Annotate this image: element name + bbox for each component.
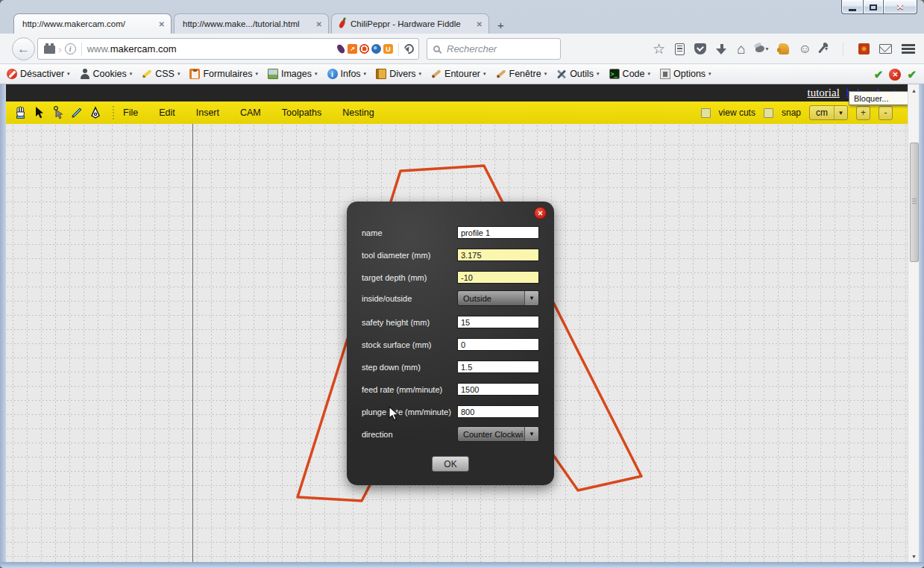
addon-arrow-icon[interactable]: ↗ [348, 44, 357, 54]
zoom-in-button[interactable]: + [856, 106, 870, 120]
devbar-item-window[interactable]: Fenêtre▾ [496, 69, 547, 79]
valid-check-icon[interactable]: ✔ [907, 68, 917, 81]
smiley-addon-icon[interactable]: ☺ [799, 42, 811, 57]
tab-close-icon[interactable]: ✕ [477, 20, 483, 28]
chevron-icon: › [58, 43, 62, 55]
outline-pencil-icon [431, 69, 441, 79]
step-down-input[interactable] [457, 361, 539, 373]
search-bar[interactable] [427, 38, 561, 60]
reading-list-icon[interactable] [675, 43, 685, 55]
code-terminal-icon: >_ [609, 69, 620, 79]
cookies-icon [80, 69, 90, 79]
pencil-tool-icon[interactable] [69, 105, 84, 120]
scroll-down-icon[interactable]: ▼ [909, 551, 919, 561]
url-text[interactable]: www.makercam.com [87, 43, 177, 54]
target-depth-input[interactable] [457, 271, 539, 284]
plugin-brick-icon[interactable] [44, 46, 55, 54]
plunge-rate-input[interactable] [457, 405, 539, 418]
valid-check-icon[interactable]: ✔ [874, 68, 884, 81]
maximize-button[interactable] [863, 0, 884, 14]
addon-eggplant-icon[interactable] [336, 44, 345, 54]
select-cursor-icon[interactable] [32, 105, 47, 120]
new-tab-button[interactable]: + [491, 17, 511, 32]
addon-u-icon[interactable]: U [383, 44, 393, 54]
devbar-status: ✔ ✕ ✔ [874, 64, 917, 84]
snap-checkbox[interactable] [764, 108, 773, 118]
addon-target-icon[interactable] [359, 44, 369, 54]
units-select[interactable]: cm ▼ [809, 105, 848, 120]
hand-addon-icon[interactable] [779, 43, 789, 54]
inside-outside-select[interactable]: Outside ▼ [457, 290, 539, 306]
pocket-icon[interactable] [694, 43, 706, 54]
stock-surface-input[interactable] [457, 338, 539, 351]
view-cuts-checkbox[interactable] [701, 108, 711, 118]
devbar-item-code[interactable]: >_Code▾ [609, 69, 650, 79]
menu-nesting[interactable]: Nesting [342, 107, 374, 118]
scrollbar-thumb[interactable] [910, 143, 919, 262]
tab-close-icon[interactable]: ✕ [316, 20, 322, 28]
eyedropper-icon[interactable]: ▾ [821, 44, 828, 54]
refresh-icon[interactable] [402, 42, 415, 55]
ok-button[interactable]: OK [432, 456, 469, 472]
scroll-up-icon[interactable]: ▲ [909, 85, 919, 96]
devbar-item-tools[interactable]: Outils▾ [556, 69, 599, 79]
cam-canvas[interactable]: ✕ name tool diameter (mm) target depth (… [6, 124, 908, 562]
bookmark-star-icon[interactable]: ☆ [653, 40, 665, 57]
mail-icon[interactable] [879, 44, 892, 54]
devbar-item-forms[interactable]: Formulaires▾ [189, 69, 258, 79]
url-bar[interactable]: › i www.makercam.com ↗ U [37, 38, 419, 60]
devbar-item-outline[interactable]: Entourer▾ [431, 69, 485, 79]
feed-rate-input[interactable] [457, 383, 539, 396]
search-icon [433, 46, 440, 52]
forms-clipboard-icon [189, 69, 200, 79]
devbar-item-infos[interactable]: iInfos▾ [327, 69, 367, 79]
menu-cam[interactable]: CAM [240, 107, 261, 118]
error-cross-icon[interactable]: ✕ [889, 69, 901, 81]
devbar-item-disable[interactable]: Désactiver▾ [7, 69, 70, 79]
tool-diameter-input[interactable] [457, 249, 539, 261]
maximize-icon [870, 4, 877, 10]
pan-hand-icon[interactable] [13, 105, 28, 120]
tab-tutorial[interactable]: http://www.make.../tutorial.html ✕ [174, 13, 329, 34]
minimize-button[interactable] [841, 0, 863, 14]
back-button[interactable]: ← [12, 37, 35, 60]
menu-hamburger-icon[interactable] [902, 44, 915, 54]
menu-edit[interactable]: Edit [159, 107, 175, 118]
makercam-toolbar: File Edit Insert CAM Toolpaths Nesting v… [6, 102, 908, 124]
name-input[interactable] [457, 226, 539, 239]
field-row-direction: direction Counter Clockwi ▼ [362, 426, 539, 442]
devbar-item-cookies[interactable]: Cookies▾ [80, 69, 133, 79]
home-icon[interactable]: ⌂ [737, 41, 745, 57]
tab-chilipeppr[interactable]: ChiliPeppr - Hardware Fiddle ✕ [331, 13, 489, 34]
tools-icon [556, 69, 567, 79]
search-input[interactable] [445, 43, 554, 55]
direct-select-icon[interactable] [51, 105, 66, 120]
direction-select[interactable]: Counter Clockwi ▼ [457, 426, 539, 442]
dialog-close-button[interactable]: ✕ [534, 207, 547, 219]
field-row-tool-diameter: tool diameter (mm) [362, 247, 539, 263]
pen-nib-icon[interactable] [88, 105, 103, 120]
devbar-item-images[interactable]: Images▾ [268, 69, 318, 79]
close-window-button[interactable]: ✕ [884, 0, 917, 14]
menu-toolpaths[interactable]: Toolpaths [282, 107, 322, 118]
tab-makercam[interactable]: http://www.makercam.com/ ✕ [13, 13, 172, 34]
safety-height-input[interactable] [457, 316, 539, 328]
fly-addon-icon[interactable]: ▾ [755, 46, 769, 52]
devbar-item-css[interactable]: CSS▾ [142, 69, 180, 79]
divider [843, 43, 843, 56]
browser-window: ✕ http://www.makercam.com/ ✕ http://www.… [0, 0, 924, 568]
devbar-item-options[interactable]: Options▾ [660, 69, 711, 79]
tab-close-icon[interactable]: ✕ [159, 20, 165, 28]
tutorial-link[interactable]: tutorial [808, 87, 840, 99]
page-scrollbar[interactable]: ▲ ▼ [908, 84, 919, 562]
devbar-item-misc[interactable]: Divers▾ [376, 69, 421, 79]
downloads-icon[interactable] [716, 43, 727, 55]
navigation-toolbar: ← › i www.makercam.com ↗ U ☆ ⌂ ▾ [0, 34, 924, 64]
zoom-out-button[interactable]: - [879, 106, 893, 120]
menu-insert[interactable]: Insert [196, 107, 219, 118]
addon-red-square-icon[interactable] [858, 43, 870, 54]
site-info-icon[interactable]: i [65, 43, 76, 54]
addon-swirl-icon[interactable] [371, 44, 381, 54]
menu-file[interactable]: File [123, 107, 138, 118]
profile-dialog: ✕ name tool diameter (mm) target depth (… [347, 202, 554, 485]
